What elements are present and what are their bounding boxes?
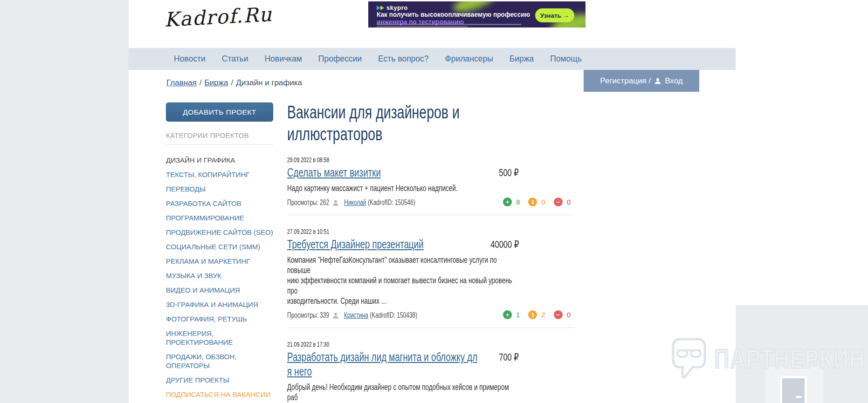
- author-link[interactable]: Николай: [344, 198, 366, 206]
- negative-rating-icon: −: [554, 198, 563, 206]
- job-divider: [287, 328, 574, 328]
- job-title-row: Разработать дизайн лид магнита и обложку…: [287, 350, 574, 379]
- job-title-link[interactable]: Разработать дизайн лид магнита и обложку…: [287, 350, 477, 379]
- sidebar-item-programming[interactable]: ПРОГРАММИРОВАНИЕ: [166, 213, 273, 222]
- sidebar-item-3d-graphics[interactable]: 3D-ГРАФИКА И АНИМАЦИЯ: [166, 300, 273, 309]
- job-author: Кристина (KadrofID: 150438): [344, 311, 442, 320]
- job-list: 29.09.2022 в 08:58 Сделать макет визитки…: [287, 156, 574, 403]
- ad-banner[interactable]: skypro Как получить высокооплачиваемую п…: [368, 1, 586, 27]
- sidebar-item-texts-copywriting[interactable]: ТЕКСТЫ, КОПИРАЙТИНГ: [166, 170, 273, 179]
- subscribe-vacancies-link[interactable]: ПОДПИСАТЬСЯ НА ВАКАНСИИ: [166, 390, 273, 399]
- author-kadrof-id: (KadrofID: 150438): [370, 311, 417, 319]
- negative-count: 0: [567, 198, 571, 206]
- positive-rating-icon: +: [503, 198, 512, 206]
- breadcrumb-separator: /: [231, 78, 233, 87]
- job-date: 27.09.2022 в 10:51: [287, 227, 574, 236]
- job-divider: [287, 215, 574, 215]
- login-label: Вход: [665, 76, 682, 86]
- categories-list: ДИЗАЙН И ГРАФИКА ТЕКСТЫ, КОПИРАЙТИНГ ПЕР…: [166, 156, 273, 384]
- user-icon: [654, 77, 661, 85]
- negative-count: 0: [567, 311, 571, 319]
- job-author: Николай (KadrofID: 150546): [344, 198, 439, 207]
- job-listing: 27.09.2022 в 10:51 Требуется Дизайнер пр…: [287, 227, 574, 328]
- left-margin: [0, 0, 129, 403]
- positive-count: 8: [516, 198, 520, 206]
- job-date: 21.09.2022 в 17:30: [287, 340, 574, 348]
- job-meta: Просмотры: 339 Кристина (KadrofID: 15043…: [287, 310, 574, 321]
- author-link[interactable]: Кристина: [344, 311, 368, 319]
- job-title-row: Требуется Дизайнер презентаций 40000 ₽: [287, 237, 574, 252]
- job-price: 40000 ₽: [490, 239, 519, 251]
- sidebar-item-video-animation[interactable]: ВИДЕО И АНИМАЦИЯ: [166, 286, 273, 294]
- sidebar-item-design-graphics[interactable]: ДИЗАЙН И ГРАФИКА: [166, 156, 273, 164]
- partnerkin-bubble-icon: [671, 337, 707, 380]
- site-logo[interactable]: Kadrof.Ru: [164, 3, 273, 31]
- partnerkin-watermark: ПАРТНЕРКИН: [671, 337, 868, 380]
- job-price: 500 ₽: [499, 167, 519, 179]
- partnerkin-watermark-text: ПАРТНЕРКИН: [714, 343, 865, 374]
- sidebar-item-translations[interactable]: ПЕРЕВОДЫ: [166, 184, 273, 193]
- breadcrumb-home[interactable]: Главная: [166, 78, 197, 87]
- job-listing: 21.09.2022 в 17:30 Разработать дизайн ли…: [287, 340, 574, 403]
- sidebar-item-seo[interactable]: ПРОДВИЖЕНИЕ САЙТОВ (SEO): [166, 228, 273, 237]
- sidebar-item-photography-retouch[interactable]: ФОТОГРАФИЯ, РЕТУШЬ: [166, 314, 273, 323]
- sidebar-item-engineering-design[interactable]: ИНЖЕНЕРИЯ, ПРОЕКТИРОВАНИЕ: [166, 329, 273, 347]
- nav-item-articles[interactable]: Статьи: [222, 54, 248, 64]
- page: Kadrof.Ru skypro Как получить высокоопла…: [0, 0, 868, 403]
- job-ratings: +810−0: [503, 198, 571, 206]
- banner-cta-button[interactable]: Узнать →: [535, 8, 574, 22]
- job-listing: 29.09.2022 в 08:58 Сделать макет визитки…: [287, 156, 574, 215]
- breadcrumb-exchange[interactable]: Биржа: [204, 78, 228, 87]
- job-price: 700 ₽: [499, 351, 519, 363]
- job-title-link[interactable]: Требуется Дизайнер презентаций: [287, 237, 424, 252]
- nav-item-help[interactable]: Помощь: [550, 54, 582, 64]
- positive-count: 1: [516, 311, 520, 319]
- negative-rating-icon: −: [554, 310, 563, 319]
- nav-item-professions[interactable]: Профессии: [318, 54, 362, 64]
- sidebar-item-website-development[interactable]: РАЗРАБОТКА САЙТОВ: [166, 199, 273, 208]
- job-ratings: +112−0: [503, 310, 571, 319]
- neutral-count: 2: [541, 311, 545, 319]
- banner-fineprint: [377, 24, 521, 25]
- page-title: Вакансии для дизайнеров и иллюстраторов: [287, 102, 574, 145]
- skypro-play-icon: [380, 6, 384, 10]
- nav-item-exchange[interactable]: Биржа: [510, 54, 534, 64]
- nav-item-news[interactable]: Новости: [174, 54, 206, 64]
- categories-title: КАТЕГОРИИ ПРОЕКТОВ: [166, 131, 273, 145]
- job-description: Добрый день! Необходим дизайнер с опытом…: [287, 382, 595, 403]
- breadcrumb-separator: /: [200, 78, 202, 87]
- sidebar-item-music-sound[interactable]: МУЗЫКА И ЗВУК: [166, 271, 273, 280]
- register-login-button[interactable]: Регистрация / Вход: [584, 70, 699, 92]
- sidebar: ДОБАВИТЬ ПРОЕКТ КАТЕГОРИИ ПРОЕКТОВ ДИЗАЙ…: [166, 102, 273, 403]
- neutral-rating-icon: 1: [528, 198, 537, 206]
- nav-item-freelancers[interactable]: Фрилансеры: [445, 54, 493, 64]
- nav-item-questions[interactable]: Есть вопрос?: [378, 54, 428, 64]
- author-icon: [332, 312, 339, 319]
- job-description: Надо картинку массажист + пациент Нескол…: [287, 183, 595, 193]
- sidebar-item-sales-calls-operators[interactable]: ПРОДАЖИ, ОБЗВОН, ОПЕРАТОРЫ: [166, 352, 273, 370]
- job-title-row: Сделать макет визитки 500 ₽: [287, 165, 574, 180]
- job-description: Компания "НефтеГазКонсультант" оказывает…: [287, 255, 595, 306]
- positive-rating-icon: +: [503, 310, 512, 319]
- breadcrumb-current: Дизайн и графика: [236, 78, 302, 87]
- banner-fineprint: [377, 26, 468, 27]
- sidebar-item-other-projects[interactable]: ДРУГИЕ ПРОЕКТЫ: [166, 376, 273, 384]
- main-nav: Новости Статьи Новичкам Профессии Есть в…: [129, 48, 736, 70]
- nav-item-beginners[interactable]: Новичкам: [264, 54, 302, 64]
- door-handle: [796, 396, 802, 398]
- skypro-play-icon: [377, 6, 380, 10]
- content-area: Kadrof.Ru skypro Как получить высокоопла…: [129, 0, 736, 403]
- job-meta: Просмотры: 262 Николай (KadrofID: 150546…: [287, 198, 574, 208]
- job-title-link[interactable]: Сделать макет визитки: [287, 165, 381, 180]
- sidebar-item-advertising-marketing[interactable]: РЕКЛАМА И МАРКЕТИНГ: [166, 257, 273, 266]
- neutral-count: 0: [541, 198, 545, 206]
- main-column: Вакансии для дизайнеров и иллюстраторов …: [287, 102, 574, 403]
- add-project-button[interactable]: ДОБАВИТЬ ПРОЕКТ: [166, 102, 273, 122]
- sidebar-item-smm[interactable]: СОЦИАЛЬНЫЕ СЕТИ (SMM): [166, 242, 273, 251]
- breadcrumb: Главная/Биржа/Дизайн и графика: [166, 78, 302, 88]
- register-label: Регистрация /: [600, 76, 651, 86]
- author-kadrof-id: (KadrofID: 150546): [368, 198, 415, 206]
- neutral-rating-icon: 1: [528, 310, 537, 319]
- author-icon: [332, 199, 339, 206]
- job-date: 29.09.2022 в 08:58: [287, 156, 574, 164]
